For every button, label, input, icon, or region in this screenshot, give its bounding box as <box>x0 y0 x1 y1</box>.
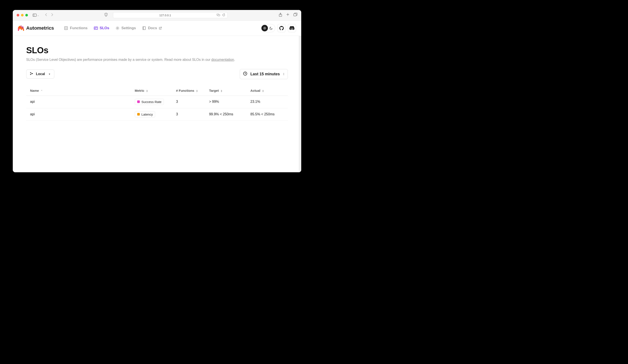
svg-rect-9 <box>65 27 68 30</box>
discord-link[interactable] <box>288 24 296 32</box>
svg-rect-4 <box>218 14 220 16</box>
svg-rect-0 <box>33 14 36 16</box>
cell-actual: 85.5% < 250ms <box>246 108 288 121</box>
cell-metric: Success Rate <box>131 95 172 108</box>
brand-text: Autometrics <box>26 25 54 31</box>
dark-mode-button[interactable] <box>268 25 274 31</box>
cell-functions: 3 <box>172 108 205 121</box>
stepper-icon: ▲▼ <box>283 73 285 75</box>
table-row[interactable]: api Success Rate 3 > 99% 23.1% <box>26 95 288 108</box>
light-mode-button[interactable] <box>261 25 268 31</box>
col-header-metric[interactable]: Metric ▲▼ <box>131 86 172 96</box>
cell-name: api <box>26 95 131 108</box>
browser-chrome: ⌄ 127.0.0.1 <box>13 10 301 21</box>
header-actions <box>261 24 296 32</box>
external-link-icon <box>159 27 162 30</box>
nav-functions[interactable]: Functions <box>64 26 87 30</box>
cell-name: api <box>26 108 131 121</box>
documentation-link[interactable]: documentation <box>211 58 234 62</box>
page-content: SLOs SLOs (Service Level Objectives) are… <box>13 36 301 172</box>
forward-button[interactable] <box>51 13 53 17</box>
sidebar-toggle[interactable]: ⌄ <box>33 14 39 17</box>
url-bar[interactable]: 127.0.0.1 <box>113 12 228 18</box>
cell-target: > 99% <box>205 95 246 108</box>
metric-dot-icon <box>137 113 140 116</box>
window-controls <box>17 14 28 16</box>
nav-functions-label: Functions <box>70 26 87 30</box>
nav-slos[interactable]: SLOs <box>94 26 109 30</box>
col-header-target[interactable]: Target ▲▼ <box>205 86 246 96</box>
minimize-window-button[interactable] <box>21 14 24 16</box>
chevron-down-icon: ▼ <box>49 73 51 75</box>
cell-metric: Latency <box>131 108 172 121</box>
svg-point-19 <box>32 73 33 74</box>
main-nav: Functions SLOs Settings Docs <box>64 26 162 30</box>
col-header-functions[interactable]: # Functions ▲▼ <box>172 86 205 96</box>
app-header: Autometrics Functions SLOs Settings <box>13 21 301 36</box>
page-title: SLOs <box>26 45 288 55</box>
time-range-picker[interactable]: Last 15 minutes ▲▼ <box>240 69 288 79</box>
maximize-window-button[interactable] <box>25 14 28 16</box>
github-link[interactable] <box>277 24 286 32</box>
browser-window: ⌄ 127.0.0.1 <box>13 10 301 172</box>
cell-actual: 23.1% <box>246 95 288 108</box>
nav-settings-label: Settings <box>121 26 136 30</box>
nav-arrows <box>45 13 53 17</box>
chrome-actions <box>279 13 297 17</box>
col-header-name[interactable]: Name ⌃ <box>26 86 131 96</box>
svg-point-18 <box>30 74 31 75</box>
discord-icon <box>289 26 295 30</box>
cell-target: 99.9% < 250ms <box>205 108 246 121</box>
svg-point-17 <box>30 72 31 73</box>
svg-rect-8 <box>294 14 296 16</box>
slos-icon <box>94 26 98 30</box>
gear-icon <box>115 26 120 30</box>
scope-dropdown[interactable]: Local ▼ <box>26 70 54 78</box>
functions-icon <box>64 26 68 30</box>
svg-point-13 <box>117 27 118 29</box>
svg-point-16 <box>264 27 265 29</box>
toolbar: Local ▼ Last 15 minutes ▲▼ <box>26 69 288 79</box>
back-button[interactable] <box>45 13 47 17</box>
scope-label: Local <box>36 72 45 76</box>
logo[interactable]: Autometrics <box>18 25 54 31</box>
col-header-actual[interactable]: Actual ▲▼ <box>246 86 288 96</box>
nav-settings[interactable]: Settings <box>115 26 136 30</box>
nav-docs[interactable]: Docs <box>142 26 162 30</box>
tabs-icon[interactable] <box>294 13 297 17</box>
sort-icon: ▲▼ <box>196 90 198 92</box>
sort-asc-icon: ⌃ <box>41 90 43 91</box>
time-range-label: Last 15 minutes <box>250 72 280 76</box>
new-tab-icon[interactable] <box>286 13 290 17</box>
metric-badge: Success Rate <box>135 99 164 105</box>
sort-icon: ▲▼ <box>146 90 148 92</box>
sort-icon: ▲▼ <box>262 90 264 92</box>
nav-docs-label: Docs <box>148 26 157 30</box>
metric-label: Latency <box>142 113 153 116</box>
github-icon <box>279 26 284 30</box>
metric-badge: Latency <box>135 111 155 118</box>
scope-icon <box>30 72 33 76</box>
translate-icon[interactable] <box>217 13 220 17</box>
slo-table: Name ⌃ Metric ▲▼ # Functions ▲▼ Target ▲… <box>26 86 288 121</box>
sort-icon: ▲▼ <box>221 90 223 92</box>
nav-slos-label: SLOs <box>100 26 109 30</box>
theme-toggle[interactable] <box>261 24 275 32</box>
reload-icon[interactable] <box>222 13 225 17</box>
metric-label: Success Rate <box>142 100 162 104</box>
metric-dot-icon <box>137 100 140 103</box>
share-icon[interactable] <box>279 13 282 17</box>
clock-icon <box>243 72 247 77</box>
cell-functions: 3 <box>172 95 205 108</box>
shield-icon[interactable] <box>104 13 108 17</box>
close-window-button[interactable] <box>17 14 19 16</box>
logo-icon <box>18 25 24 31</box>
svg-rect-14 <box>143 27 146 30</box>
url-text: 127.0.0.1 <box>115 14 215 17</box>
page-description: SLOs (Service Level Objectives) are perf… <box>26 58 288 62</box>
table-row[interactable]: api Latency 3 99.9% < 250ms 85.5% < 250m… <box>26 108 288 121</box>
docs-icon <box>142 26 146 30</box>
